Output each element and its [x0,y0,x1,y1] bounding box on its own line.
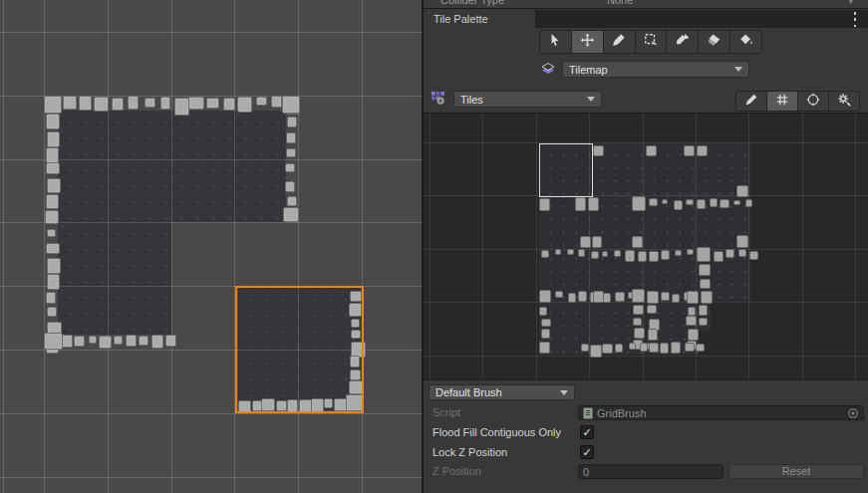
tile-sprite [699,264,711,276]
tile-sprite [590,345,602,358]
tile-sprite [625,250,635,262]
tile-sprite [696,344,705,352]
tile-sprite [632,196,646,211]
eraser-tool-button[interactable] [699,31,730,53]
brush-preview-selection [235,286,364,413]
tile-sprite [47,274,61,289]
brush-settings-panel: Default Brush Script GridBrush Flood Fil… [424,379,868,493]
tab-bar: Tile Palette [424,10,868,28]
tile-sprite [285,163,295,172]
collider-type-value[interactable]: None [607,0,633,6]
reset-button[interactable]: Reset [728,464,864,479]
tile-sprite [188,97,204,111]
select-tool-button[interactable] [540,31,572,53]
tile-tools-toolbar [539,30,762,54]
lock-z-checkbox[interactable]: ✓ [580,445,594,459]
tile-sprite [591,251,598,260]
gizmos-toggle-icon [806,93,820,111]
tile-sprite [745,199,753,208]
tile-sprite [568,293,577,303]
tile-sprite [661,250,670,260]
kebab-menu-icon[interactable] [851,12,859,27]
tile-sprite [74,336,85,347]
tile-sprite [46,194,59,209]
object-picker-icon[interactable] [847,407,859,419]
tile-sprite [688,329,699,342]
edit-palette-button[interactable] [736,92,767,111]
palette-grid-canvas[interactable] [424,113,868,379]
tile-palette-window: Collider Type None ▾ Tile Palette Tilema… [424,0,868,493]
scene-view[interactable] [0,0,423,493]
tile-sprite [46,147,59,163]
tile-sprite [697,247,711,262]
fill-tool-button[interactable] [730,31,761,53]
tile-sprite [588,197,599,211]
tile-sprite [539,307,547,316]
box-select-tool-button[interactable] [636,31,668,53]
tile-sprite [541,329,551,338]
tile-sprite [237,97,252,113]
grid-toggle-button[interactable] [767,92,798,111]
picker-tool-button[interactable] [667,31,699,53]
tile-sprite [47,131,61,147]
tile-sprite [660,343,670,354]
tile-sprite [685,343,695,352]
tile-sprite [151,335,162,349]
tile-sprite [89,336,97,344]
select-tool-icon [548,33,562,51]
tile-sprite [285,181,295,192]
palette-settings-button[interactable] [829,92,859,111]
tile-sprite [602,344,613,354]
tile-sprite [602,251,609,258]
tile-sprite [578,249,585,257]
flood-fill-label: Flood Fill Contiguous Only [433,426,561,438]
tile-sprite [541,319,551,328]
tile-sprite [646,145,657,156]
palette-label: Tiles [460,94,483,106]
tile-sprite [647,305,656,314]
tile-sprite [633,305,644,315]
active-tilemap-dropdown[interactable]: Tilemap [562,61,749,78]
tile-sprite [94,97,109,113]
tile-sprite [647,291,659,304]
lock-z-label: Lock Z Position [433,446,507,458]
tile-sprite [578,291,587,301]
palette-dropdown[interactable]: Tiles [453,91,602,108]
tile-sprite [593,291,604,303]
tile-sprite [686,316,697,326]
tile-sprite [688,307,696,317]
tile-sprite [592,236,602,248]
z-position-input[interactable]: 0 [578,464,723,479]
chevron-down-icon[interactable]: ▾ [848,0,854,7]
gizmos-toggle-button[interactable] [798,92,829,111]
active-tilemap-label: Tilemap [569,64,608,76]
tile-sprite [749,251,758,260]
flood-fill-checkbox[interactable]: ✓ [580,425,594,439]
tile-sprite [674,200,683,210]
tile-sprite [672,294,680,304]
tile-sprite [575,197,586,211]
move-tool-button[interactable] [572,31,604,53]
tile-sprite [684,145,695,156]
tile-sprite [633,318,642,326]
tile-sprite [206,98,219,109]
eraser-tool-icon [708,33,722,51]
tile-sprite [286,148,296,158]
brush-type-dropdown[interactable]: Default Brush [429,384,575,400]
brush-tool-button[interactable] [604,31,636,53]
script-file-icon [583,407,593,419]
script-value: GridBrush [597,407,647,419]
tile-sprite [271,96,282,108]
tile-sprite [45,210,59,225]
tile-sprite [736,235,748,248]
tile-sprite [63,96,77,110]
tile-sprite [555,249,561,255]
tile-sprite [286,132,296,143]
z-position-value: 0 [583,466,589,478]
tile-sprite [687,291,699,304]
tile-sprite [615,344,623,353]
tile-sprite [139,336,148,346]
brush-type-label: Default Brush [435,386,502,398]
tab-tile-palette[interactable]: Tile Palette [424,10,535,28]
tile-sprite [539,342,550,355]
